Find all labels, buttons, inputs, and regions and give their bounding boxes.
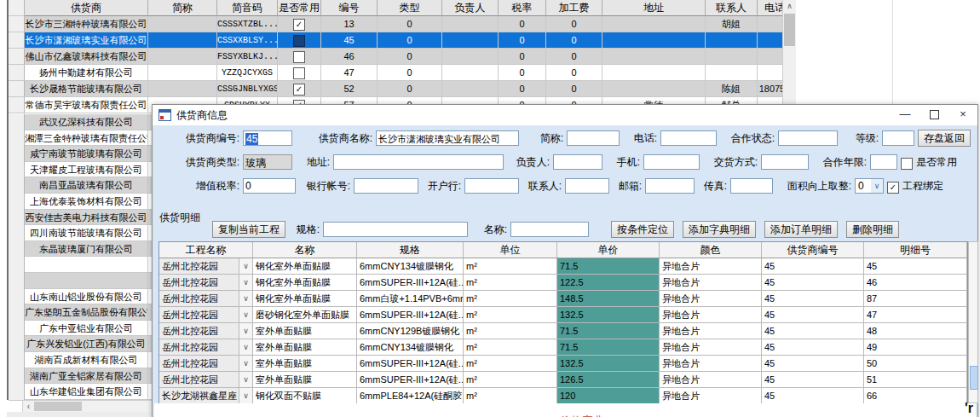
save-return-button[interactable]: 存盘返回 xyxy=(918,130,971,147)
column-header[interactable]: 负责人 xyxy=(442,0,499,16)
minimize-icon[interactable]: — xyxy=(891,105,919,125)
address-field[interactable] xyxy=(333,154,504,170)
table-row[interactable]: 长沙晟格节能玻璃有限公司CSSGJNBLYXGS✓52000陈姐180751 xyxy=(9,81,796,97)
name-input[interactable] xyxy=(510,222,589,237)
cell-fee[interactable]: 0 xyxy=(546,65,602,81)
cell-manager[interactable] xyxy=(442,65,499,81)
grade-field[interactable] xyxy=(882,130,914,146)
project-combo[interactable]: 岳州北控花园∨ xyxy=(159,307,253,323)
table-row[interactable]: 岳州北控花园∨室外单面贴膜6mmCNY129B镀膜钢化m²71.5异地合片454… xyxy=(159,323,967,339)
list-item[interactable]: 咸宁南玻节能玻璃有限公司 xyxy=(9,146,153,162)
dialog-titlebar[interactable]: 供货商信息 — × xyxy=(153,105,977,125)
locate-button[interactable]: 按条件定位 xyxy=(611,221,674,238)
cell-tax[interactable]: 0 xyxy=(499,32,546,49)
column-header[interactable]: 供货商编号 xyxy=(762,242,864,258)
cell-code[interactable]: YZZQJCYXGS xyxy=(217,65,278,81)
column-header[interactable]: 编号 xyxy=(321,0,378,16)
cell-tax[interactable]: 0 xyxy=(499,81,546,97)
cell-tax[interactable]: 0 xyxy=(499,16,546,32)
table-row[interactable]: 岳州北控花园∨室外单面贴膜6mmSUPER-III+12A(硅...m²132.… xyxy=(159,356,967,372)
list-item[interactable]: 湘潭三金特种玻璃有限责任公司 xyxy=(9,130,153,147)
cell-manager[interactable] xyxy=(442,16,499,32)
cell-contact[interactable] xyxy=(706,65,758,81)
column-header[interactable]: 简称 xyxy=(148,0,217,16)
detail-vertical-scrollbar[interactable] xyxy=(968,241,978,403)
list-item[interactable]: 广东坚朗五金制品股份有限公司 xyxy=(9,304,153,321)
common-checkbox-cell[interactable] xyxy=(278,32,321,49)
table-row[interactable]: 佛山市亿鑫玻璃科技有限公司FSSYXBLKJ...46000 xyxy=(9,49,796,65)
table-row[interactable]: 岳州北控花园∨钢化室外单面贴膜6mmSUPER-III+12A(硅...m²12… xyxy=(159,275,967,291)
project-combo[interactable]: 岳州北控花园∨ xyxy=(159,291,253,307)
chevron-down-icon[interactable]: ∨ xyxy=(239,258,252,274)
list-item[interactable]: 山东南山铝业股份有限公司 xyxy=(9,289,153,305)
cell-code[interactable]: CSSGJNBLYXGS xyxy=(217,81,278,97)
column-header[interactable]: 类型 xyxy=(378,0,442,16)
list-item[interactable]: 湖南百成新材料有限公司 xyxy=(9,352,153,368)
list-item[interactable] xyxy=(9,273,153,289)
cell-supplier[interactable]: 扬州中勤建材有限公司 xyxy=(25,65,148,81)
cell-supplier[interactable]: 常德市昊宇玻璃有限责任公司 xyxy=(25,97,148,113)
cell-contact[interactable] xyxy=(706,49,758,65)
bank-field[interactable] xyxy=(464,178,519,194)
round-up-combo[interactable]: 0 ∨ xyxy=(855,178,884,194)
chevron-down-icon[interactable]: ∨ xyxy=(239,388,252,403)
cell-fee[interactable]: 0 xyxy=(546,81,602,97)
cell-supplier[interactable]: 长沙市潇湘玻璃实业有限公司 xyxy=(25,32,148,49)
cell-short-name[interactable] xyxy=(148,16,217,32)
cell-tax[interactable]: 0 xyxy=(499,65,546,81)
cell-contact[interactable]: 陈姐 xyxy=(706,81,758,97)
cell-contact[interactable] xyxy=(706,32,758,49)
chevron-down-icon[interactable]: ∨ xyxy=(239,291,252,306)
cell-type[interactable]: 0 xyxy=(378,32,442,49)
column-header[interactable]: 规格 xyxy=(357,242,464,258)
cell-type[interactable]: 0 xyxy=(378,65,442,81)
cell-address[interactable] xyxy=(602,32,706,49)
list-item[interactable] xyxy=(9,257,153,273)
cell-short-name[interactable] xyxy=(148,65,217,81)
table-row[interactable]: 岳州北控花园∨磨砂钢化室外单面贴膜6mmSUPER-III+12A(硅...m²… xyxy=(159,307,967,323)
table-row[interactable]: 岳州北控花园∨室外单面贴膜6mmSUPER-III+12A(硅...m²126.… xyxy=(159,372,967,388)
short-name-field[interactable] xyxy=(567,130,620,146)
bank-account-field[interactable] xyxy=(354,178,418,194)
cell-type[interactable]: 0 xyxy=(378,81,442,97)
list-item[interactable]: 山东华建铝业集团有限公司 xyxy=(9,384,153,400)
cell-manager[interactable] xyxy=(442,32,499,49)
project-combo[interactable]: 岳州北控花园∨ xyxy=(159,258,253,275)
spec-input[interactable] xyxy=(323,222,468,237)
cell-type[interactable]: 0 xyxy=(378,49,442,65)
checkbox-icon[interactable] xyxy=(293,35,305,47)
add-dict-button[interactable]: 添加字典明细 xyxy=(683,221,756,238)
list-item[interactable]: 广东兴发铝业(江西)有限公司 xyxy=(9,336,153,352)
checkbox-icon[interactable] xyxy=(293,51,305,63)
column-header[interactable]: 联系人 xyxy=(706,0,758,16)
project-combo[interactable]: 岳州北控花园∨ xyxy=(159,339,253,356)
checkbox-icon[interactable]: ✓ xyxy=(293,84,305,96)
cell-short-name[interactable] xyxy=(148,81,217,97)
column-header[interactable]: 名称 xyxy=(253,242,357,258)
chevron-down-icon[interactable]: ∨ xyxy=(871,179,883,193)
cell-supplier[interactable]: 长沙市三湘特种玻璃有限公司 xyxy=(25,16,148,32)
checkbox-icon[interactable]: ✓ xyxy=(887,182,899,194)
project-combo[interactable]: 长沙龙湖祺鑫星座∨ xyxy=(159,388,253,404)
common-checkbox-cell[interactable] xyxy=(278,49,321,65)
chevron-down-icon[interactable]: ∨ xyxy=(239,339,252,355)
supplier-id-field[interactable]: 45 xyxy=(243,130,292,146)
column-header[interactable]: 单价 xyxy=(557,242,660,258)
common-checkbox-group[interactable]: 是否常用 xyxy=(901,155,957,170)
email-field[interactable] xyxy=(645,178,695,194)
cell-address[interactable] xyxy=(602,81,706,97)
table-row[interactable]: 长沙市三湘特种玻璃有限公司CSSSXTZBL...✓13000胡姐 xyxy=(9,16,796,32)
cell-manager[interactable] xyxy=(442,81,499,97)
common-checkbox-cell[interactable] xyxy=(278,65,321,81)
cell-short-name[interactable] xyxy=(148,49,217,65)
coop-years-field[interactable] xyxy=(870,154,897,170)
table-row[interactable]: 岳州北控花园∨钢化室外单面贴膜6mmCNY134镀膜钢化m²71.5异地合片45… xyxy=(159,258,967,275)
column-header[interactable]: 工程名称 xyxy=(159,242,253,258)
table-row[interactable]: 岳州北控花园∨室外单面贴膜6mmCNY134镀膜钢化m²71.5异地合片4549 xyxy=(159,339,967,356)
cell-contact[interactable]: 胡姐 xyxy=(706,16,758,32)
chevron-down-icon[interactable]: ∨ xyxy=(239,323,252,339)
column-header[interactable]: 是否常用 xyxy=(278,0,321,16)
bind-checkbox-group[interactable]: ✓ 工程绑定 xyxy=(887,179,943,194)
cell-code[interactable]: CSSSXTZBL... xyxy=(217,16,278,32)
list-item[interactable]: 南昌亚晶玻璃有限公司 xyxy=(9,177,153,194)
